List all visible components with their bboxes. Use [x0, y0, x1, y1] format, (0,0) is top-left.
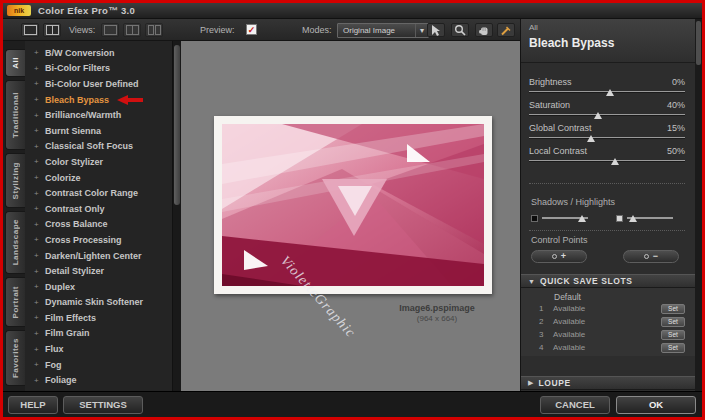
- favorite-star-icon[interactable]: +: [34, 329, 40, 338]
- quick-save-default-label: Default: [554, 292, 581, 302]
- set-slot-button[interactable]: Set: [661, 304, 685, 314]
- filter-item[interactable]: +Darken/Lighten Center: [25, 248, 172, 264]
- panel-scrollbar[interactable]: [695, 19, 702, 391]
- filter-item[interactable]: +Contrast Color Range: [25, 185, 172, 201]
- slider-track[interactable]: [529, 114, 685, 116]
- filter-item[interactable]: +Classical Soft Focus: [25, 139, 172, 155]
- favorite-star-icon[interactable]: +: [34, 126, 40, 135]
- favorite-star-icon[interactable]: +: [34, 220, 40, 229]
- filter-item[interactable]: +Cross Balance: [25, 217, 172, 233]
- favorite-star-icon[interactable]: +: [34, 189, 40, 198]
- pan-hand-tool-icon[interactable]: [475, 23, 493, 37]
- favorite-star-icon[interactable]: +: [34, 142, 40, 151]
- separator: [529, 230, 685, 231]
- scrollbar-thumb[interactable]: [174, 45, 180, 205]
- loupe-header[interactable]: ▶ LOUPE: [521, 376, 695, 390]
- saturation-slider: Saturation40%: [529, 100, 685, 120]
- favorite-star-icon[interactable]: +: [34, 313, 40, 322]
- favorite-star-icon[interactable]: +: [34, 95, 40, 104]
- favorite-star-icon[interactable]: +: [34, 360, 40, 369]
- favorite-star-icon[interactable]: +: [34, 235, 40, 244]
- set-slot-button[interactable]: Set: [661, 330, 685, 340]
- tab-all[interactable]: All: [5, 49, 25, 77]
- favorite-star-icon[interactable]: +: [34, 282, 40, 291]
- control-point-icon: [644, 254, 649, 259]
- separator: [529, 183, 685, 184]
- footer-bar: HELP SETTINGS CANCEL OK: [3, 391, 702, 417]
- eyedropper-tool-icon[interactable]: [497, 23, 515, 37]
- filter-item[interactable]: +Brilliance/Warmth: [25, 107, 172, 123]
- cursor-tool-icon[interactable]: [427, 23, 445, 37]
- highlights-track[interactable]: [627, 217, 673, 219]
- preview-checkbox[interactable]: ✓: [246, 24, 257, 35]
- split-view-icon[interactable]: [43, 23, 61, 37]
- favorite-star-icon[interactable]: +: [34, 111, 40, 120]
- modes-dropdown[interactable]: Original Image ▾: [337, 23, 429, 38]
- filter-item[interactable]: +Foliage: [25, 372, 172, 388]
- quick-save-header[interactable]: ▼ QUICK SAVE SLOTS: [521, 274, 695, 288]
- single-view-icon[interactable]: [21, 23, 39, 37]
- view-mode-single-icon[interactable]: [101, 23, 119, 37]
- tab-favorites[interactable]: Favorites: [5, 330, 25, 386]
- filter-item[interactable]: +Burnt Sienna: [25, 123, 172, 139]
- filter-item[interactable]: +Film Grain: [25, 326, 172, 342]
- filter-item[interactable]: +Duplex: [25, 279, 172, 295]
- cancel-button[interactable]: CANCEL: [540, 396, 610, 414]
- control-point-remove-button[interactable]: −: [623, 250, 679, 263]
- favorite-star-icon[interactable]: +: [34, 173, 40, 182]
- preview-image: [222, 124, 484, 286]
- filter-item[interactable]: +Colorize: [25, 170, 172, 186]
- window-title: Color Efex Pro™ 3.0: [38, 5, 135, 16]
- slider-thumb[interactable]: [594, 112, 602, 119]
- filter-item[interactable]: +Cross Processing: [25, 232, 172, 248]
- favorite-star-icon[interactable]: +: [34, 79, 40, 88]
- favorite-star-icon[interactable]: +: [34, 64, 40, 73]
- favorite-star-icon[interactable]: +: [34, 376, 40, 385]
- filter-item[interactable]: +Color Stylizer: [25, 154, 172, 170]
- filter-item[interactable]: +Bi-Color User Defined: [25, 76, 172, 92]
- global-contrast-value: 15%: [667, 123, 685, 133]
- filter-item[interactable]: +Fog: [25, 357, 172, 373]
- set-slot-button[interactable]: Set: [661, 343, 685, 353]
- favorite-star-icon[interactable]: +: [34, 157, 40, 166]
- help-button[interactable]: HELP: [8, 396, 58, 414]
- control-point-add-button[interactable]: +: [531, 250, 587, 263]
- filter-item[interactable]: +Contrast Only: [25, 201, 172, 217]
- zoom-tool-icon[interactable]: [451, 23, 469, 37]
- filter-item[interactable]: +Flux: [25, 341, 172, 357]
- shadows-track[interactable]: [542, 217, 588, 219]
- filter-item[interactable]: +Detail Stylizer: [25, 263, 172, 279]
- tab-portrait[interactable]: Portrait: [5, 277, 25, 327]
- filter-list-scrollbar[interactable]: [172, 41, 181, 391]
- filter-item[interactable]: +Bi-Color Filters: [25, 61, 172, 77]
- filter-item[interactable]: +Film Effects: [25, 310, 172, 326]
- panel-header: All Bleach Bypass: [521, 19, 695, 63]
- tab-landscape[interactable]: Landscape: [5, 211, 25, 274]
- tab-traditional[interactable]: Traditional: [5, 80, 25, 150]
- slider-thumb[interactable]: [606, 89, 614, 96]
- slider-track[interactable]: [529, 160, 685, 162]
- panel-scrollbar-thumb[interactable]: [696, 21, 701, 65]
- highlights-thumb[interactable]: [629, 215, 637, 222]
- view-mode-sidebyside-icon[interactable]: [145, 23, 163, 37]
- slider-thumb[interactable]: [587, 135, 595, 142]
- tab-stylizing[interactable]: Stylizing: [5, 153, 25, 208]
- settings-button[interactable]: SETTINGS: [63, 396, 143, 414]
- favorite-star-icon[interactable]: +: [34, 204, 40, 213]
- set-slot-button[interactable]: Set: [661, 317, 685, 327]
- favorite-star-icon[interactable]: +: [34, 267, 40, 276]
- favorite-star-icon[interactable]: +: [34, 345, 40, 354]
- favorite-star-icon[interactable]: +: [34, 251, 40, 260]
- slider-track[interactable]: [529, 137, 685, 139]
- filter-item[interactable]: +Dynamic Skin Softener: [25, 295, 172, 311]
- favorite-star-icon[interactable]: +: [34, 48, 40, 57]
- slider-track[interactable]: [529, 91, 685, 93]
- shadows-thumb[interactable]: [578, 215, 586, 222]
- favorite-star-icon[interactable]: +: [34, 298, 40, 307]
- category-tabs: All Traditional Stylizing Landscape Port…: [3, 41, 25, 391]
- filter-item[interactable]: +B/W Conversion: [25, 45, 172, 61]
- slider-thumb[interactable]: [611, 158, 619, 165]
- ok-button[interactable]: OK: [616, 396, 696, 414]
- view-mode-split-icon[interactable]: [123, 23, 141, 37]
- filter-item-selected[interactable]: + Bleach Bypass: [25, 92, 172, 108]
